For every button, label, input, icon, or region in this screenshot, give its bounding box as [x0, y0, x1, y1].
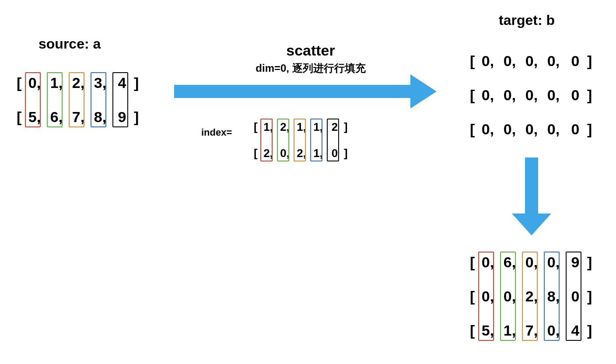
bracket-open: [: [470, 288, 476, 305]
matrix-row: [2,0,2,1,0]: [254, 140, 349, 166]
matrix-cell: 0,: [521, 87, 542, 104]
matrix-cell: 0,: [542, 322, 564, 339]
matrix-cell: 9: [564, 254, 586, 271]
matrix-cell: 1,: [310, 120, 326, 134]
matrix-cell: 0,: [276, 147, 293, 160]
index-label: index=: [201, 127, 232, 138]
matrix-cell: 1,: [293, 120, 310, 134]
bracket-open: [: [17, 108, 23, 126]
bracket-close: ]: [587, 121, 593, 138]
bracket-open: [: [470, 254, 476, 271]
operation-subtitle: dim=0, 逐列进行行填充: [219, 61, 402, 75]
matrix-cell: 5,: [24, 108, 46, 126]
matrix-cell: 7,: [521, 322, 542, 339]
matrix-row: [0,0,0,0,0]: [470, 78, 593, 112]
matrix-row: [0,0,0,0,0]: [470, 112, 593, 146]
matrix-cell: 0,: [521, 254, 542, 271]
matrix-cell: 2,: [260, 147, 276, 160]
matrix-row: [0,0,2,8,0]: [470, 279, 593, 313]
matrix-cell: 2,: [293, 147, 310, 160]
matrix-cell: 4: [564, 322, 586, 339]
matrix-cell: 6,: [46, 108, 67, 126]
matrix-cell: 1,: [46, 74, 67, 91]
matrix-cell: 6,: [499, 254, 521, 271]
bracket-close: ]: [587, 87, 593, 104]
matrix-row: [1,2,1,1,2]: [254, 114, 349, 140]
bracket-open: [: [470, 121, 476, 138]
matrix-cell: 2: [326, 120, 343, 134]
matrix-cell: 0,: [542, 87, 564, 104]
matrix-cell: 2,: [276, 120, 293, 134]
matrix-cell: 0,: [24, 74, 46, 91]
matrix-cell: 0: [564, 87, 586, 104]
matrix-cell: 0: [564, 121, 586, 138]
matrix-cell: 0,: [499, 52, 521, 70]
matrix-row: [5,1,7,0,4]: [470, 313, 593, 347]
matrix-cell: 4: [111, 74, 133, 91]
bracket-open: [: [470, 52, 476, 70]
svg-rect-2: [525, 158, 538, 214]
matrix-cell: 1,: [260, 120, 276, 134]
matrix-cell: 0,: [477, 52, 499, 70]
arrow-right-icon: [174, 74, 437, 109]
matrix-row: [0,0,0,0,0]: [470, 44, 593, 78]
matrix-cell: 7,: [67, 108, 89, 126]
matrix-cell: 0,: [542, 121, 564, 138]
matrix-row: [5,6,7,8,9]: [17, 100, 140, 134]
bracket-close: ]: [344, 147, 349, 160]
matrix-cell: 0,: [499, 87, 521, 104]
matrix-cell: 1,: [499, 322, 521, 339]
svg-marker-1: [410, 74, 437, 108]
bracket-close: ]: [134, 108, 140, 126]
arrow-down-icon: [512, 158, 551, 236]
target-matrix: [0,0,0,0,0][0,0,0,0,0][0,0,0,0,0]: [470, 44, 593, 146]
matrix-cell: 0,: [542, 52, 564, 70]
matrix-cell: 0: [326, 147, 343, 160]
matrix-row: [0,6,0,0,9]: [470, 245, 593, 279]
source-title: source: a: [38, 36, 101, 52]
bracket-open: [: [254, 147, 259, 160]
matrix-cell: 0,: [542, 254, 564, 271]
matrix-cell: 0: [564, 288, 586, 305]
matrix-row: [0,1,2,3,4]: [17, 66, 140, 100]
result-matrix: [0,6,0,0,9][0,0,2,8,0][5,1,7,0,4]: [470, 245, 593, 347]
svg-marker-3: [512, 214, 551, 235]
bracket-close: ]: [587, 288, 593, 305]
matrix-cell: 3,: [89, 74, 111, 91]
matrix-cell: 8,: [89, 108, 111, 126]
svg-rect-0: [174, 85, 410, 98]
bracket-open: [: [470, 87, 476, 104]
matrix-cell: 0: [564, 52, 586, 70]
bracket-close: ]: [344, 120, 349, 134]
matrix-cell: 9: [111, 108, 133, 126]
bracket-open: [: [254, 120, 259, 134]
bracket-close: ]: [587, 254, 593, 271]
matrix-cell: 1,: [310, 147, 326, 160]
matrix-cell: 2,: [67, 74, 89, 91]
matrix-cell: 0,: [521, 121, 542, 138]
matrix-cell: 0,: [499, 288, 521, 305]
matrix-cell: 0,: [521, 52, 542, 70]
bracket-open: [: [17, 74, 23, 91]
matrix-cell: 0,: [477, 87, 499, 104]
source-matrix: [0,1,2,3,4][5,6,7,8,9]: [17, 66, 140, 134]
bracket-close: ]: [134, 74, 140, 91]
matrix-cell: 0,: [477, 288, 499, 305]
bracket-close: ]: [587, 52, 593, 70]
bracket-open: [: [470, 322, 476, 339]
bracket-close: ]: [587, 322, 593, 339]
matrix-cell: 5,: [477, 322, 499, 339]
matrix-cell: 0,: [477, 121, 499, 138]
matrix-cell: 8,: [542, 288, 564, 305]
target-title: target: b: [499, 12, 555, 28]
index-matrix: [1,2,1,1,2][2,0,2,1,0]: [254, 114, 349, 166]
operation-title: scatter: [245, 42, 376, 59]
matrix-cell: 0,: [499, 121, 521, 138]
matrix-cell: 2,: [521, 288, 542, 305]
matrix-cell: 0,: [477, 254, 499, 271]
